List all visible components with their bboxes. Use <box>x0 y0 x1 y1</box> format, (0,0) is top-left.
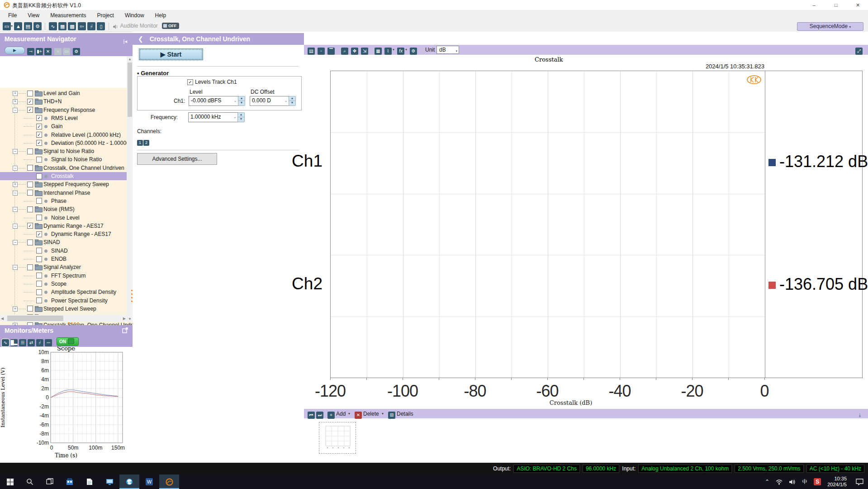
tree-checkbox[interactable] <box>27 240 33 245</box>
tree-horizontal-scrollbar[interactable]: ◀ ▶ <box>0 315 127 322</box>
tree-checkbox[interactable]: ✓ <box>27 223 33 229</box>
tree-item[interactable]: +Stepped Frequency Sweep <box>0 180 133 188</box>
tree-expand-icon[interactable]: − <box>13 149 18 154</box>
bluetooth-monitor-icon[interactable]: ᛲ <box>36 339 43 346</box>
tree-vertical-scrollbar[interactable]: ▲ ▼ <box>127 56 133 322</box>
volume-icon[interactable] <box>789 479 796 485</box>
taskbar-app-explorer[interactable] <box>100 475 119 489</box>
unit-select[interactable]: dB▾ <box>436 46 459 54</box>
tree-item[interactable]: FFT Spectrum <box>0 272 133 280</box>
close-button[interactable]: ✕ <box>848 0 868 10</box>
tree-item[interactable]: −SINAD <box>0 238 133 246</box>
tree-item[interactable]: Power Spectral Density <box>0 297 133 305</box>
tree-checkbox[interactable] <box>36 289 42 295</box>
tree-expand-icon[interactable]: − <box>13 207 18 212</box>
add-graph-icon[interactable]: + <box>327 412 335 419</box>
add-graph-label[interactable]: Add <box>336 411 346 417</box>
tree-item[interactable]: −Interchannel Phase <box>0 189 133 197</box>
sequence-mode-select[interactable]: SequenceMode ▾ <box>797 22 863 31</box>
tree-item[interactable]: Crosstalk <box>0 172 133 180</box>
taskbar-app-browser[interactable] <box>119 475 139 489</box>
dc-offset-combo[interactable]: 0.000 D⌄ <box>250 96 289 106</box>
taskbar-app-word[interactable]: W <box>139 475 159 489</box>
task-view-button[interactable] <box>40 475 60 489</box>
details-icon[interactable]: ⊞ <box>388 412 395 419</box>
tree-item[interactable]: Amplitude Spectral Density <box>0 288 133 296</box>
collapse-thumbnails-icon[interactable]: ⤓ <box>856 412 863 419</box>
scroll-up-icon[interactable]: ▲ <box>128 57 132 61</box>
graph-style-icon[interactable]: ⌇ <box>384 48 392 55</box>
tree-item[interactable]: −Noise (RMS) <box>0 205 133 213</box>
tree-item[interactable]: ✓Deviation (50.0000 Hz - 1.00000 kHz) <box>0 139 133 147</box>
tree-checkbox[interactable] <box>27 182 33 187</box>
audible-monitor-toggle[interactable]: OFF <box>162 23 179 29</box>
tree-checkbox[interactable]: ✓ <box>36 231 42 237</box>
tree-expand-icon[interactable]: + <box>13 182 18 187</box>
project-settings-icon[interactable]: ⚙ <box>33 22 42 30</box>
taskbar-app-kk-analyzer[interactable] <box>159 475 179 489</box>
scope-monitor-icon[interactable]: ∿ <box>2 339 9 346</box>
add-dropdown-icon[interactable]: ▾ <box>348 412 350 416</box>
first-result-icon[interactable]: ⏮ <box>308 412 315 419</box>
spectrum-monitor-icon[interactable]: █▂ <box>10 339 18 346</box>
meter-list-icon[interactable]: ☰ <box>19 339 26 346</box>
tree-expand-icon[interactable]: + <box>13 91 18 96</box>
tree-item[interactable]: Signal to Noise Ratio <box>0 155 133 163</box>
tree-checkbox[interactable] <box>36 297 42 303</box>
tree-item[interactable]: ENOB <box>0 255 133 263</box>
save-graph-icon[interactable]: ▤ <box>308 48 315 55</box>
tree-expand-icon[interactable]: − <box>13 240 18 245</box>
generator-monitor-icon[interactable]: ⎓ <box>45 339 52 346</box>
scroll-left-icon[interactable]: ◀ <box>1 316 4 321</box>
details-label[interactable]: Details <box>397 411 413 417</box>
open-project-icon[interactable]: ▲ <box>14 22 22 30</box>
tree-checkbox[interactable] <box>27 306 33 312</box>
tree-item[interactable]: Phase <box>0 197 133 205</box>
pop-out-icon[interactable] <box>122 327 128 333</box>
tree-item[interactable]: ✓Dynamic Range - AES17 <box>0 230 133 238</box>
tree-checkbox[interactable]: ✓ <box>27 107 33 113</box>
tree-checkbox[interactable] <box>36 198 42 204</box>
layout-icon[interactable]: ▩ <box>68 22 76 30</box>
back-icon[interactable]: ⇦ <box>78 22 86 30</box>
expand-graph-icon[interactable]: ⤢ <box>855 48 863 55</box>
sogou-icon[interactable]: S <box>814 478 821 485</box>
signal-monitor-icon[interactable]: ∿ <box>49 22 57 30</box>
tree-item[interactable]: +✓THD+N <box>0 97 133 105</box>
tree-checkbox[interactable]: ✓ <box>27 99 33 105</box>
scroll-down-icon[interactable]: ▼ <box>128 317 132 321</box>
tree-expand-icon[interactable]: + <box>13 307 18 312</box>
search-button[interactable] <box>20 475 40 489</box>
add-signal-path-icon[interactable]: ⇾ <box>27 48 34 55</box>
start-button[interactable]: ▶ Start <box>139 48 203 60</box>
network-icon[interactable] <box>776 479 783 485</box>
tree-checkbox[interactable] <box>36 215 42 221</box>
tree-expand-icon[interactable]: − <box>13 265 18 270</box>
tree-checkbox[interactable]: ✓ <box>36 132 42 138</box>
tree-item[interactable]: ✓Gain <box>0 122 133 130</box>
tree-checkbox[interactable] <box>27 206 33 212</box>
ch1-level-combo[interactable]: -0.000 dBFS⌄ <box>189 96 239 106</box>
data-table-icon[interactable]: ▦ <box>375 48 382 55</box>
function-dropdown-icon[interactable]: ▾ <box>405 48 407 52</box>
tree-item[interactable]: −Signal Analyzer <box>0 263 133 271</box>
advanced-settings-button[interactable]: Advanced Settings... <box>137 153 217 165</box>
graph-thumbnail[interactable] <box>319 422 356 454</box>
menu-file[interactable]: File <box>3 10 22 21</box>
last-result-icon[interactable]: ⏭ <box>316 412 323 419</box>
paste-icon[interactable]: ▭ <box>63 48 70 55</box>
tree-checkbox[interactable] <box>36 273 42 278</box>
levels-track-checkbox[interactable]: ✓ <box>187 79 193 85</box>
menu-window[interactable]: Window <box>119 10 150 21</box>
pan-icon[interactable]: ✥ <box>351 48 358 55</box>
menu-measurements[interactable]: Measurements <box>45 10 91 21</box>
function-icon[interactable]: fx <box>397 48 404 55</box>
tree-item[interactable]: −✓Dynamic Range - AES17 <box>0 222 133 230</box>
delete-graph-label[interactable]: Delete <box>363 411 379 417</box>
tree-checkbox[interactable] <box>27 264 33 270</box>
menu-view[interactable]: View <box>22 10 45 21</box>
tree-checkbox[interactable] <box>27 149 33 154</box>
zoom-icon[interactable]: ⌕ <box>341 48 348 55</box>
grid-view-icon[interactable]: ▦ <box>58 22 66 30</box>
tree-item[interactable]: Scope <box>0 280 133 288</box>
